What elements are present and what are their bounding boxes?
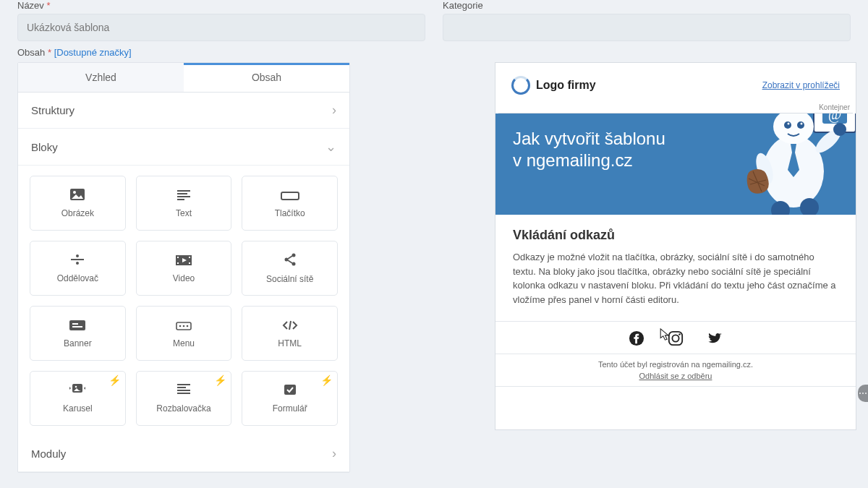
- svg-rect-12: [177, 262, 179, 264]
- block-formular[interactable]: ⚡Formulář: [242, 371, 338, 426]
- block-label: Karusel: [63, 403, 93, 414]
- facebook-icon[interactable]: [629, 330, 644, 346]
- block-menu[interactable]: Menu: [136, 306, 232, 361]
- tab-appearance[interactable]: Vzhled: [18, 63, 184, 92]
- svg-rect-6: [281, 192, 299, 200]
- block-label: Video: [173, 273, 195, 283]
- bolt-icon: ⚡: [214, 374, 226, 386]
- block-label: Text: [176, 208, 192, 218]
- logo-text: Logo firmy: [536, 79, 596, 92]
- svg-rect-3: [177, 193, 187, 194]
- logo-area: Logo firmy: [511, 76, 596, 95]
- block-karusel[interactable]: ⚡Karusel: [30, 371, 126, 426]
- block-label: Sociální sítě: [266, 274, 313, 284]
- side-handle[interactable]: ⋯: [858, 385, 868, 402]
- image-icon: [70, 189, 85, 204]
- share-icon: [284, 253, 297, 270]
- container-tag: Kontejner: [498, 103, 853, 114]
- block-label: Rozbalovačka: [156, 403, 210, 414]
- block-oddelovac[interactable]: Oddělovač: [30, 241, 126, 296]
- block-html[interactable]: HTML: [242, 306, 338, 361]
- svg-rect-28: [72, 384, 82, 393]
- svg-point-9: [76, 262, 79, 265]
- svg-line-27: [289, 321, 291, 330]
- category-label: Kategorie: [443, 0, 851, 11]
- tab-content[interactable]: Obsah: [184, 63, 349, 92]
- carousel-icon: [69, 384, 85, 399]
- section-structures[interactable]: Struktury ›: [18, 93, 349, 129]
- svg-rect-20: [69, 320, 85, 330]
- svg-rect-14: [189, 262, 190, 264]
- svg-point-26: [187, 325, 189, 327]
- svg-point-29: [75, 385, 77, 388]
- svg-point-52: [771, 201, 790, 215]
- editor-panel: Vzhled Obsah Struktury › Bloky ⌄ Obrázek…: [17, 62, 350, 473]
- svg-line-19: [288, 260, 292, 263]
- social-row: [495, 321, 856, 354]
- chevron-right-icon: ›: [332, 103, 336, 118]
- category-input[interactable]: [443, 14, 851, 41]
- name-label: Název *: [17, 0, 425, 11]
- block-tlacitko[interactable]: Tlačítko: [242, 176, 338, 231]
- email-preview: Logo firmy Zobrazit v prohlížeči Kontejn…: [495, 62, 856, 430]
- svg-point-39: [773, 114, 814, 144]
- divider-icon: [71, 254, 84, 269]
- chevron-down-icon: ⌄: [326, 139, 336, 155]
- hero-banner[interactable]: Jak vytvořit šablonu v ngemailing.cz @: [495, 114, 856, 215]
- logo-circle-icon: [511, 76, 530, 95]
- svg-point-7: [76, 254, 79, 257]
- svg-text:@: @: [828, 114, 841, 123]
- block-banner[interactable]: Banner: [30, 306, 126, 361]
- block-video[interactable]: Video: [136, 241, 232, 296]
- block-label: Obrázek: [61, 208, 94, 218]
- svg-rect-31: [177, 387, 186, 388]
- section-blocks[interactable]: Bloky ⌄: [18, 129, 349, 166]
- svg-point-40: [784, 121, 791, 129]
- svg-rect-55: [669, 332, 682, 345]
- checkbox-icon: [284, 384, 297, 399]
- cursor-icon: [660, 328, 671, 341]
- block-rozbal[interactable]: ⚡Rozbalovačka: [136, 371, 232, 426]
- menu-icon: [176, 319, 192, 334]
- chevron-right-icon: ›: [332, 446, 336, 461]
- obsah-row: Obsah * [Dostupné značky]: [0, 44, 868, 62]
- accordion-icon: [177, 384, 190, 399]
- block-label: HTML: [278, 338, 302, 348]
- robot-mascot-image: @: [743, 114, 856, 215]
- svg-rect-11: [177, 257, 179, 258]
- svg-rect-21: [72, 323, 78, 325]
- svg-point-56: [672, 335, 678, 341]
- svg-rect-32: [177, 390, 190, 391]
- block-text[interactable]: Text: [136, 176, 232, 231]
- footer-registered: Tento účet byl registrován na ngemailing…: [495, 354, 856, 372]
- body-text: Odkazy je možné vložit na tlačítka, obrá…: [513, 250, 838, 307]
- twitter-icon[interactable]: [707, 330, 723, 346]
- svg-rect-8: [71, 259, 84, 260]
- body-title: Vkládání odkazů: [513, 228, 838, 243]
- svg-rect-35: [814, 114, 856, 132]
- block-social[interactable]: Sociální sítě: [242, 241, 338, 296]
- svg-point-51: [833, 123, 846, 136]
- view-in-browser-link[interactable]: Zobrazit v prohlížeči: [762, 80, 840, 90]
- svg-rect-13: [189, 257, 190, 258]
- block-label: Formulář: [273, 403, 307, 414]
- hero-title: Jak vytvořit šablonu v ngemailing.cz: [513, 128, 715, 171]
- svg-point-24: [179, 325, 182, 327]
- svg-rect-5: [177, 199, 184, 200]
- svg-point-49: [753, 179, 767, 193]
- svg-rect-36: [822, 114, 847, 124]
- svg-point-43: [801, 123, 803, 125]
- name-input[interactable]: [17, 14, 425, 41]
- unsubscribe-link[interactable]: Odhlásit se z odběru: [639, 372, 712, 380]
- available-tags-link[interactable]: [Dostupné značky]: [54, 47, 132, 58]
- svg-point-50: [812, 126, 845, 157]
- svg-point-57: [678, 333, 681, 335]
- svg-rect-33: [177, 393, 190, 394]
- block-label: Oddělovač: [57, 273, 98, 283]
- video-icon: [176, 254, 192, 269]
- section-modules[interactable]: Moduly ›: [18, 436, 349, 472]
- block-obrazek[interactable]: Obrázek: [30, 176, 126, 231]
- block-label: Banner: [64, 338, 92, 348]
- text-icon: [177, 189, 190, 204]
- bolt-icon: ⚡: [109, 374, 121, 386]
